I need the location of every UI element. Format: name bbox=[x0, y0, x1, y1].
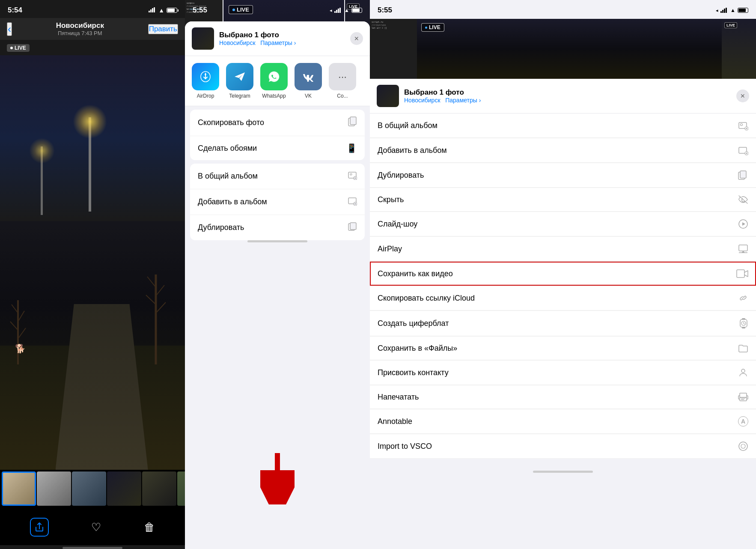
share-sheet-close-button[interactable]: ✕ bbox=[350, 32, 363, 45]
svg-rect-17 bbox=[339, 8, 341, 13]
menu-item-slideshow[interactable]: Слайд-шоу bbox=[370, 212, 756, 236]
photo-filmstrip[interactable] bbox=[0, 470, 185, 513]
favorite-button[interactable]: ♡ bbox=[91, 521, 101, 534]
airdrop-label: AirDrop bbox=[197, 93, 214, 99]
hide-menu-label: Скрыть bbox=[378, 195, 404, 204]
filmstrip-item-3[interactable] bbox=[72, 471, 106, 506]
panel1-wifi-icon: ▲ bbox=[158, 7, 164, 14]
menu-item-import-vsco[interactable]: Import to VSCO bbox=[370, 434, 756, 459]
live-text: LIVE bbox=[429, 24, 441, 30]
watch-face-label: Создать циферблат bbox=[378, 319, 449, 328]
more-label: Co... bbox=[337, 93, 348, 99]
set-wallpaper-label: Сделать обоями bbox=[198, 144, 257, 153]
menu-item-watch-face[interactable]: Создать циферблат bbox=[370, 311, 756, 336]
share-action-list: Скопировать фото Сделать обоями 📱 bbox=[190, 110, 365, 160]
svg-line-12 bbox=[146, 295, 156, 304]
svg-rect-3 bbox=[154, 7, 155, 12]
action-set-wallpaper[interactable]: Сделать обоями 📱 bbox=[190, 136, 365, 160]
menu-item-print[interactable]: Напечатать bbox=[370, 385, 756, 409]
filmstrip-item-4[interactable] bbox=[107, 471, 141, 506]
panel3-status-icons: ◂ ▲ bbox=[716, 7, 748, 13]
share-params-link[interactable]: Параметры › bbox=[260, 39, 296, 46]
action-add-album[interactable]: Добавить в альбом bbox=[190, 189, 365, 215]
filmstrip-item-2[interactable] bbox=[37, 471, 71, 506]
svg-point-35 bbox=[741, 124, 743, 126]
shared-album-icon bbox=[348, 170, 357, 182]
panel3-sheet-subtitle: Новосибирск Параметры › bbox=[404, 97, 731, 104]
panel3-params-link[interactable]: Параметры › bbox=[445, 97, 481, 104]
delete-button[interactable]: 🗑 bbox=[144, 521, 155, 534]
svg-line-10 bbox=[147, 277, 156, 287]
svg-point-23 bbox=[350, 173, 352, 175]
action-duplicate[interactable]: Дублировать bbox=[190, 215, 365, 240]
panel3-close-button[interactable]: ✕ bbox=[736, 90, 749, 102]
action-shared-album[interactable]: В общий альбом bbox=[190, 164, 365, 189]
slideshow-menu-icon bbox=[738, 219, 748, 229]
live-badge-area: LIVE bbox=[0, 40, 185, 55]
svg-point-59 bbox=[741, 444, 745, 448]
filmstrip-item-5[interactable] bbox=[142, 471, 176, 506]
menu-item-annotable[interactable]: Annotable A bbox=[370, 409, 756, 434]
assign-contact-label: Присвоить контакту bbox=[378, 368, 449, 377]
duplicate-menu-icon bbox=[738, 170, 748, 180]
annotable-label: Annotable bbox=[378, 417, 412, 426]
photo-location-title: Новосибирск Пятница 7:43 PM bbox=[56, 21, 104, 36]
menu-item-assign-contact[interactable]: Присвоить контакту bbox=[370, 361, 756, 385]
menu-item-add-album[interactable]: Добавить в альбом bbox=[370, 138, 756, 163]
edit-button[interactable]: Править bbox=[148, 24, 178, 34]
save-files-icon bbox=[738, 343, 748, 353]
svg-rect-32 bbox=[724, 9, 725, 13]
share-sheet-header: Выбрано 1 фото Новосибирск Параметры › ✕ bbox=[185, 21, 370, 56]
live-text: LIVE bbox=[15, 45, 26, 51]
panel3-thumb-mid: LIVE bbox=[417, 19, 722, 79]
tree-2 bbox=[145, 257, 167, 366]
menu-item-shared-album[interactable]: В общий альбом bbox=[370, 113, 756, 138]
share-title: Выбрано 1 фото bbox=[219, 31, 345, 39]
menu-item-hide[interactable]: Скрыть bbox=[370, 188, 756, 212]
bottom-spacer-2 bbox=[370, 476, 756, 480]
svg-rect-48 bbox=[737, 270, 744, 277]
assign-contact-icon bbox=[738, 367, 748, 378]
back-chevron-icon: ‹ bbox=[8, 23, 11, 35]
panel1-time: 5:54 bbox=[8, 6, 22, 15]
share-app-vk[interactable]: VK bbox=[295, 63, 322, 99]
menu-item-icloud-link[interactable]: Скопировать ссылку iCloud bbox=[370, 286, 756, 310]
add-album-menu-label: Добавить в альбом bbox=[378, 146, 447, 155]
svg-rect-28 bbox=[350, 223, 356, 230]
share-app-more[interactable]: ··· Co... bbox=[329, 63, 356, 99]
share-app-whatsapp[interactable]: WhatsApp bbox=[260, 63, 288, 99]
panel3-menu-list: В общий альбом Добавить в альбом Дублиро… bbox=[370, 113, 756, 549]
live-dot-icon bbox=[425, 27, 427, 29]
panel2-home-indicator bbox=[247, 240, 307, 242]
back-button[interactable]: ‹ bbox=[7, 22, 12, 36]
svg-rect-31 bbox=[722, 10, 723, 13]
share-app-telegram[interactable]: Telegram bbox=[226, 63, 253, 99]
menu-item-duplicate[interactable]: Дублировать bbox=[370, 163, 756, 188]
svg-rect-55 bbox=[740, 397, 747, 401]
action-copy-photo[interactable]: Скопировать фото bbox=[190, 110, 365, 136]
print-label: Напечатать bbox=[378, 393, 419, 402]
share-sheet-thumbnail bbox=[192, 27, 214, 50]
filmstrip-item-1[interactable] bbox=[2, 471, 36, 506]
panel2-statusbar: 5:55 ◂ ▲ bbox=[185, 0, 370, 18]
filmstrip-item-6[interactable] bbox=[177, 471, 185, 506]
menu-item-save-files[interactable]: Сохранить в «Файлы» bbox=[370, 337, 756, 360]
svg-rect-0 bbox=[149, 11, 150, 12]
street-light-1 bbox=[89, 117, 91, 212]
share-app-airdrop[interactable]: AirDrop bbox=[192, 63, 219, 99]
share-button[interactable] bbox=[30, 518, 49, 537]
airdrop-icon bbox=[192, 63, 219, 90]
menu-item-airplay[interactable]: AirPlay bbox=[370, 237, 756, 261]
panel3-sheet-title: Выбрано 1 фото bbox=[404, 88, 731, 97]
share-icon bbox=[30, 518, 49, 537]
vk-label: VK bbox=[305, 93, 312, 99]
panel3-sheet-thumbnail bbox=[377, 85, 399, 107]
panel2-status-icons: ◂ ▲ bbox=[330, 7, 362, 13]
main-photo: 🐕 bbox=[0, 55, 185, 470]
menu-item-save-as-video[interactable]: Сохранить как видео bbox=[370, 262, 756, 286]
duplicate-label: Дублировать bbox=[198, 223, 244, 232]
panel3-location: Новосибирск bbox=[404, 97, 441, 104]
panel3-right-live: LIVE bbox=[724, 22, 737, 28]
share-location: Новосибирск bbox=[219, 39, 256, 46]
whatsapp-label: WhatsApp bbox=[262, 93, 286, 99]
